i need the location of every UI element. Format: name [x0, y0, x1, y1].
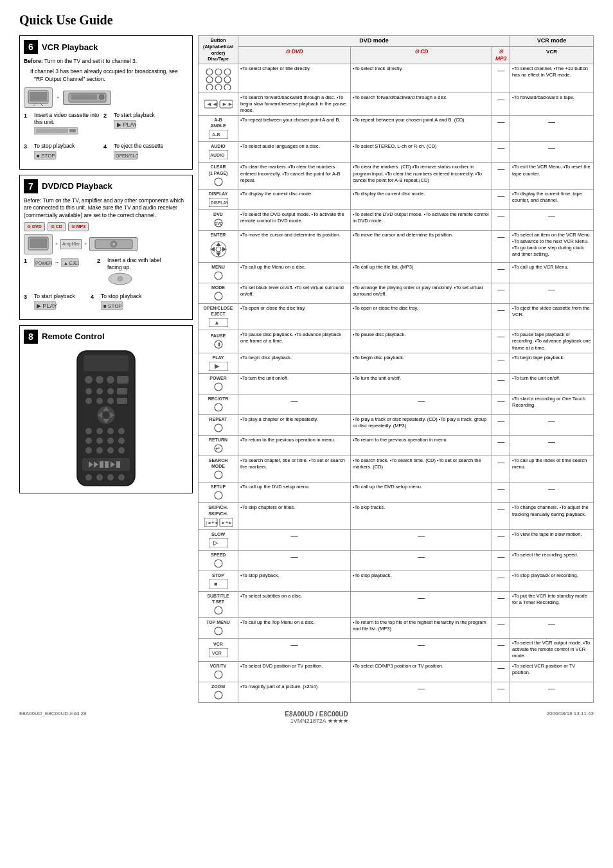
section-6-title: VCR Playback [42, 42, 98, 52]
svg-point-72 [107, 474, 114, 481]
vcr-cell: •To select channel. •The +10 button has … [510, 64, 594, 93]
button-cell: DISPLAYDISPLAY [199, 189, 238, 209]
svg-point-132 [215, 691, 222, 699]
amplifier-diagram: Amplifier [60, 239, 82, 249]
button-cell: REC/OTR [199, 394, 238, 414]
step-7-3-num: 3 [24, 293, 30, 301]
vcr-cell: •To change channels. •To adjust the trac… [510, 503, 594, 529]
step-6-1-num: 1 [24, 112, 30, 120]
svg-marker-99 [211, 247, 215, 252]
mp3-cell: — [492, 414, 510, 435]
cd-cell: •To search track. •To search time. (CD) … [351, 456, 492, 483]
svg-text:DISPLAY: DISPLAY [211, 200, 228, 205]
svg-point-52 [96, 428, 103, 434]
cd-cell: •To skip tracks. [351, 503, 492, 529]
svg-point-73 [118, 474, 125, 481]
mp3-cell: — [492, 93, 510, 115]
section-7: 7 DVD/CD Playback Before: Turn on the TV… [19, 175, 193, 320]
logo-mp3: ⊙ MP3 [68, 222, 89, 231]
dvd-cell: •To begin disc playback. [238, 353, 351, 373]
svg-rect-8 [36, 128, 68, 133]
table-row: DISPLAYDISPLAY•To display the current di… [199, 189, 594, 209]
mp3-cell: — [492, 456, 510, 483]
cd-cell: — [351, 682, 492, 702]
svg-point-113 [215, 424, 222, 432]
cd-cell: •To turn the unit on/off. [351, 373, 492, 394]
cd-cell: •To select CD/MP3 position or TV positio… [351, 661, 492, 682]
section-6-bullet: If channel 3 has been already occupied f… [30, 68, 188, 84]
dvd-cell: •To skip chapters or titles. [238, 503, 351, 529]
svg-rect-40 [117, 388, 127, 394]
svg-point-42 [96, 398, 103, 404]
mp3-cell: — [492, 163, 510, 189]
model-info: E8A00UD / E8C00UD 1VMN21872A ★★★★ [285, 711, 348, 724]
svg-point-38 [96, 388, 103, 394]
svg-text:▷: ▷ [213, 540, 218, 546]
svg-rect-122 [209, 538, 228, 547]
svg-point-79 [224, 76, 231, 83]
dvd-cell: •To magnify part of a picture. (x2/x4) [238, 682, 351, 702]
table-row: MENU•To call up the Menu on a disc.•To c… [199, 262, 594, 283]
col-header-dvd-mode: DVD mode [238, 36, 510, 47]
vcr-cell: — [510, 483, 594, 503]
svg-point-33 [85, 376, 93, 384]
svg-point-39 [107, 388, 114, 394]
table-row: POWER•To turn the unit on/off.•To turn t… [199, 373, 594, 394]
svg-point-82 [224, 84, 231, 90]
svg-text:■: ■ [214, 581, 217, 587]
cd-cell: •To move the cursor and determine its po… [351, 230, 492, 262]
col-header-dvd: ⊙ DVD [238, 46, 351, 64]
svg-point-41 [85, 398, 92, 404]
dvd-cell: •To select DVD position or TV position. [238, 661, 351, 682]
dvd-cell: — [238, 639, 351, 661]
cd-cell: •To return to the top file of the highes… [351, 618, 492, 639]
vcr-cell: — [510, 142, 594, 163]
table-row: A-B ANGLEA-B•To repeat between your chos… [199, 116, 594, 142]
mp3-cell: — [492, 682, 510, 702]
svg-text:VCR: VCR [212, 651, 222, 655]
svg-point-70 [85, 474, 92, 481]
svg-text:|◄+◄: |◄+◄ [206, 520, 218, 526]
svg-text:▶ PLAY: ▶ PLAY [37, 303, 57, 309]
vcr-unit-diagram [63, 91, 111, 105]
vcr-cell: — [510, 414, 594, 435]
cd-cell: •To call up the file list. (MP3) [351, 262, 492, 283]
cd-cell: •To open or close the disc tray. [351, 304, 492, 330]
svg-point-124 [215, 560, 222, 567]
dvd-cell: •To return to the previous operation in … [238, 436, 351, 456]
svg-point-104 [215, 292, 222, 300]
section-6-number: 6 [24, 40, 38, 54]
mp3-cell: — [492, 661, 510, 682]
table-row: REPEAT•To play a chapter or title repeat… [199, 414, 594, 435]
col-header-cd: ⊙ CD [351, 46, 492, 64]
dvd-cell: •To move the cursor and determine its po… [238, 230, 351, 262]
svg-point-71 [96, 474, 103, 481]
dvd-cell: — [238, 394, 351, 414]
step-6-3-num: 3 [24, 143, 30, 151]
tv-diagram-7 [24, 234, 53, 254]
table-row: OPEN/CLOSE EJECT▲•To open or close the d… [199, 304, 594, 330]
svg-point-117 [215, 492, 222, 499]
table-row: RETURN↩•To return to the previous operat… [199, 436, 594, 456]
section-6-before: Before: Turn on the TV and set it to cha… [24, 58, 188, 66]
vcr-cell: — [510, 618, 594, 639]
mp3-cell: — [492, 373, 510, 394]
button-cell: PLAY▶ [199, 353, 238, 373]
vcr-cell: — [510, 209, 594, 230]
col-header-vcr: VCR [510, 46, 594, 64]
cd-cell: — [351, 529, 492, 550]
table-row: REC/OTR———•To start a recording or One T… [199, 394, 594, 414]
mp3-cell: — [492, 209, 510, 230]
dvd-cell: •To display the current disc mode. [238, 189, 351, 209]
cd-cell: •To repeat between your chosen point A a… [351, 116, 492, 142]
svg-point-56 [96, 438, 103, 444]
svg-point-55 [85, 438, 92, 444]
step-6-2-num: 2 [103, 112, 110, 120]
table-row: STOP■•To stop playback.•To stop playback… [199, 571, 594, 591]
table-row: SEARCH MODE•To search chapter, title or … [199, 456, 594, 483]
table-row: MODE•To set black level on/off. •To set … [199, 283, 594, 304]
button-cell: SETUP [199, 483, 238, 503]
button-cell: CLEAR (1 PAGE) [199, 163, 238, 189]
button-cell: MODE [199, 283, 238, 304]
svg-text:►+►|: ►+►| [221, 520, 233, 526]
